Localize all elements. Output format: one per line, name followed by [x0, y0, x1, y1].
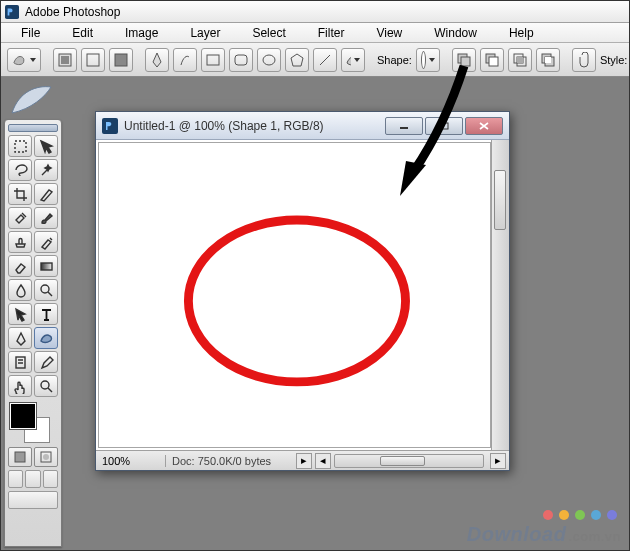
clone-stamp-tool[interactable] [8, 231, 32, 253]
slice-tool[interactable] [34, 183, 58, 205]
canvas[interactable] [98, 142, 491, 448]
menu-help[interactable]: Help [493, 24, 550, 42]
toolbox-panel [4, 119, 62, 547]
svg-rect-21 [41, 263, 52, 270]
type-tool[interactable] [34, 303, 58, 325]
vertical-scrollbar[interactable] [491, 140, 509, 450]
menu-file[interactable]: File [5, 24, 56, 42]
dodge-tool[interactable] [34, 279, 58, 301]
app-titlebar: Adobe Photoshop [1, 1, 629, 23]
svg-rect-6 [235, 55, 247, 65]
doc-info: Doc: 750.0K/0 bytes [166, 455, 296, 467]
panel-grip[interactable] [8, 124, 58, 132]
combine-subtract-button[interactable] [480, 48, 504, 72]
shape-label: Shape: [377, 54, 412, 66]
screen-mode-full-menubar[interactable] [25, 470, 40, 488]
menu-edit[interactable]: Edit [56, 24, 109, 42]
path-select-tool[interactable] [8, 303, 32, 325]
foreground-color-swatch[interactable] [10, 403, 36, 429]
ellipse-tool-button[interactable] [257, 48, 281, 72]
horizontal-scrollbar[interactable] [334, 454, 484, 468]
svg-point-7 [263, 55, 275, 65]
app-title: Adobe Photoshop [25, 5, 120, 19]
window-titlebar[interactable]: Untitled-1 @ 100% (Shape 1, RGB/8) [96, 112, 509, 140]
color-swatches[interactable] [8, 401, 58, 443]
svg-rect-25 [15, 452, 25, 462]
svg-rect-3 [87, 54, 99, 66]
lasso-tool[interactable] [8, 159, 32, 181]
photoshop-icon [5, 5, 19, 19]
maximize-button[interactable] [425, 117, 463, 135]
style-label: Style: [600, 54, 628, 66]
link-icon [577, 52, 591, 68]
move-tool[interactable] [34, 135, 58, 157]
scroll-right-button[interactable]: ▸ [490, 453, 506, 469]
combine-intersect-button[interactable] [508, 48, 532, 72]
notes-tool[interactable] [8, 351, 32, 373]
svg-rect-0 [5, 5, 19, 19]
status-bar: 100% Doc: 750.0K/0 bytes ▸ ◂ ▸ [96, 450, 509, 470]
pen-tool-button[interactable] [145, 48, 169, 72]
zoom-tool[interactable] [34, 375, 58, 397]
link-layers-button[interactable] [572, 48, 596, 72]
standard-mode-button[interactable] [8, 447, 32, 467]
zoom-field[interactable]: 100% [96, 455, 166, 467]
svg-rect-20 [15, 141, 26, 152]
chevron-down-icon [429, 58, 435, 62]
photoshop-feather-icon [7, 83, 55, 117]
status-menu-button[interactable]: ▸ [296, 453, 312, 469]
hand-tool[interactable] [8, 375, 32, 397]
menu-image[interactable]: Image [109, 24, 174, 42]
menu-window[interactable]: Window [418, 24, 493, 42]
scroll-left-button[interactable]: ◂ [315, 453, 331, 469]
minimize-icon [399, 122, 409, 130]
shape-ellipse[interactable] [188, 220, 405, 382]
svg-point-24 [41, 381, 49, 389]
freeform-pen-button[interactable] [173, 48, 197, 72]
history-brush-tool[interactable] [34, 231, 58, 253]
close-button[interactable] [465, 117, 503, 135]
eraser-tool[interactable] [8, 255, 32, 277]
crop-tool[interactable] [8, 183, 32, 205]
shape-layers-button[interactable] [53, 48, 77, 72]
custom-shape-tool-button[interactable] [341, 48, 365, 72]
line-tool-button[interactable] [313, 48, 337, 72]
svg-line-9 [320, 55, 330, 65]
healing-brush-tool[interactable] [8, 207, 32, 229]
document-window: Untitled-1 @ 100% (Shape 1, RGB/8) 100% … [95, 111, 510, 471]
magic-wand-tool[interactable] [34, 159, 58, 181]
chevron-down-icon [30, 58, 36, 62]
gradient-tool[interactable] [34, 255, 58, 277]
shape-picker[interactable] [416, 48, 440, 72]
custom-shape-icon [12, 53, 27, 67]
menu-filter[interactable]: Filter [302, 24, 361, 42]
menubar: File Edit Image Layer Select Filter View… [1, 23, 629, 43]
screen-mode-standard[interactable] [8, 470, 23, 488]
jump-to-imageready-button[interactable] [8, 491, 58, 509]
menu-view[interactable]: View [360, 24, 418, 42]
brush-tool[interactable] [34, 207, 58, 229]
paths-button[interactable] [81, 48, 105, 72]
menu-layer[interactable]: Layer [174, 24, 236, 42]
polygon-tool-button[interactable] [285, 48, 309, 72]
combine-exclude-button[interactable] [536, 48, 560, 72]
blur-tool[interactable] [8, 279, 32, 301]
fill-pixels-button[interactable] [109, 48, 133, 72]
svg-rect-4 [115, 54, 127, 66]
pen-tool[interactable] [8, 327, 32, 349]
combine-add-button[interactable] [452, 48, 476, 72]
minimize-button[interactable] [385, 117, 423, 135]
rounded-rect-tool-button[interactable] [229, 48, 253, 72]
rectangle-tool-button[interactable] [201, 48, 225, 72]
eyedropper-tool[interactable] [34, 351, 58, 373]
screen-mode-full[interactable] [43, 470, 58, 488]
scrollbar-thumb[interactable] [380, 456, 425, 466]
quickmask-mode-button[interactable] [34, 447, 58, 467]
svg-rect-11 [461, 57, 470, 66]
svg-rect-2 [61, 56, 69, 64]
custom-shape-tool[interactable] [34, 327, 58, 349]
tool-preset-picker[interactable] [7, 48, 41, 72]
scrollbar-thumb[interactable] [494, 170, 506, 230]
marquee-tool[interactable] [8, 135, 32, 157]
menu-select[interactable]: Select [236, 24, 301, 42]
